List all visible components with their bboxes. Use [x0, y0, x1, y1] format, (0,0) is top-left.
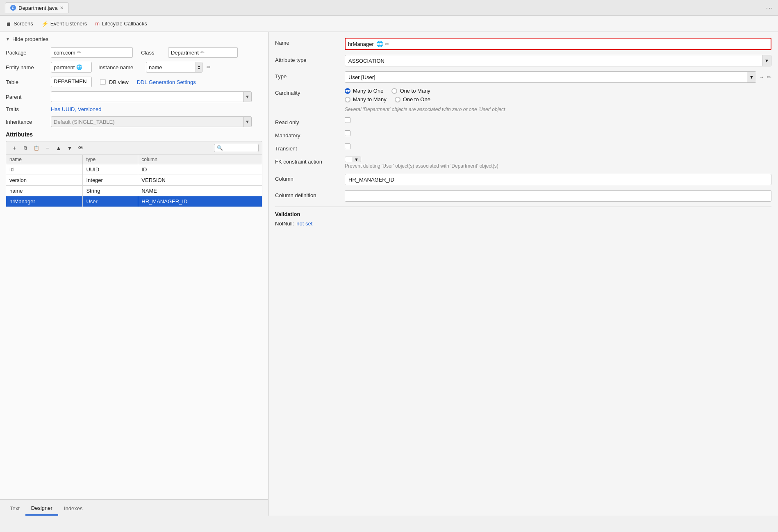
table-value-container: DEPARTMEN DB view DDL Generation Setting…	[51, 77, 196, 87]
column-def-value-container	[345, 190, 771, 202]
table-row[interactable]: idUUIDID	[6, 164, 262, 175]
column-def-label: Column definition	[275, 190, 345, 198]
many-to-one-label: Many to One	[353, 88, 383, 94]
main-container: ▼ Hide properties Package com.com ✏ Clas…	[0, 32, 778, 516]
type-edit-icon[interactable]: ✏	[767, 74, 771, 80]
name-field[interactable]: hrManager 🌐 ✏	[345, 38, 771, 50]
table-value: DEPARTMEN	[54, 78, 86, 84]
java-file-icon: C	[10, 5, 16, 11]
move-up-button[interactable]: ▲	[54, 143, 64, 152]
screens-button[interactable]: 🖥 Screens	[6, 20, 33, 27]
package-value-container: com.com ✏ Class Department ✏	[51, 47, 238, 58]
attribute-type-value-container: ASSOCIATION ▼	[345, 55, 771, 66]
tab-designer[interactable]: Designer	[25, 502, 58, 516]
mandatory-row: Mandatory	[275, 130, 771, 139]
db-view-row: DB view	[100, 79, 129, 85]
attribute-type-dropdown-arrow[interactable]: ▼	[762, 55, 771, 66]
db-view-checkbox[interactable]	[100, 79, 106, 85]
attribute-type-label: Attribute type	[275, 55, 345, 63]
one-to-many-radio[interactable]	[391, 88, 397, 94]
parent-select[interactable]: ▼	[51, 91, 252, 102]
attribute-type-row: Attribute type ASSOCIATION ▼	[275, 55, 771, 66]
class-edit-icon[interactable]: ✏	[200, 50, 205, 55]
cell-type: UUID	[83, 164, 138, 175]
copy-attribute-button[interactable]: ⧉	[20, 143, 30, 152]
name-edit-icon[interactable]: ✏	[385, 41, 389, 47]
tab-close-icon[interactable]: ✕	[60, 5, 64, 11]
cardinality-row-1: Many to One One to Many	[345, 88, 505, 94]
fk-constraint-dropdown-arrow[interactable]: ▼	[352, 157, 361, 162]
column-def-field[interactable]	[345, 190, 771, 202]
menu-dots-icon[interactable]: ⋯	[766, 3, 773, 12]
ddl-link[interactable]: DDL Generation Settings	[137, 79, 196, 85]
attributes-toolbar: + ⧉ 📋 − ▲ ▼ 👁 🔍	[6, 141, 262, 155]
not-null-value[interactable]: not set	[296, 221, 312, 227]
type-label: Type	[275, 71, 345, 80]
many-to-many-radio[interactable]	[345, 97, 350, 102]
table-row[interactable]: hrManagerUserHR_MANAGER_ID	[6, 196, 262, 207]
type-select[interactable]: User [User] ▼	[345, 71, 756, 83]
left-content: ▼ Hide properties Package com.com ✏ Clas…	[0, 32, 268, 499]
name-field-icons: 🌐 ✏	[376, 41, 389, 47]
package-label: Package	[6, 50, 51, 56]
one-to-one-radio[interactable]	[395, 97, 400, 102]
column-label: Column	[275, 174, 345, 182]
left-panel: ▼ Hide properties Package com.com ✏ Clas…	[0, 32, 268, 516]
type-dropdown-arrow[interactable]: ▼	[747, 72, 756, 82]
col-header-type: type	[83, 155, 138, 164]
table-row[interactable]: versionIntegerVERSION	[6, 175, 262, 186]
name-value: hrManager	[348, 41, 374, 47]
one-to-many-label: One to Many	[400, 88, 430, 94]
toggle-button[interactable]: 👁	[76, 143, 86, 152]
type-value: User [User]	[345, 73, 747, 82]
section-header[interactable]: ▼ Hide properties	[6, 36, 262, 42]
event-listeners-button[interactable]: ⚡ Event Listeners	[41, 20, 87, 27]
table-field[interactable]: DEPARTMEN	[51, 77, 92, 87]
many-to-one-option[interactable]: Many to One	[345, 88, 383, 94]
one-to-many-option[interactable]: One to Many	[391, 88, 430, 94]
entity-name-field[interactable]: partment 🌐	[51, 62, 92, 73]
column-field[interactable]: HR_MANAGER_ID	[345, 174, 771, 185]
lifecycle-icon: m	[95, 20, 100, 27]
inheritance-select[interactable]: Default (SINGLE_TABLE) ▼	[51, 116, 252, 127]
add-attribute-button[interactable]: +	[9, 143, 19, 152]
traits-value[interactable]: Has UUID, Versioned	[51, 106, 102, 112]
readonly-value-container	[345, 117, 771, 123]
attribute-type-select[interactable]: ASSOCIATION ▼	[345, 55, 771, 66]
package-value: com.com	[54, 50, 75, 56]
class-field[interactable]: Department ✏	[168, 47, 238, 58]
column-row: Column HR_MANAGER_ID	[275, 174, 771, 185]
paste-attribute-button[interactable]: 📋	[32, 143, 41, 152]
inheritance-row: Inheritance Default (SINGLE_TABLE) ▼	[6, 116, 262, 127]
screens-label: Screens	[14, 20, 33, 27]
cell-name: version	[6, 175, 83, 186]
cell-name: id	[6, 164, 83, 175]
move-down-button[interactable]: ▼	[65, 143, 75, 152]
readonly-checkbox[interactable]	[345, 117, 350, 123]
parent-dropdown-arrow[interactable]: ▼	[243, 92, 251, 102]
file-tab[interactable]: C Department.java ✕	[5, 2, 69, 13]
transient-checkbox[interactable]	[345, 143, 350, 149]
tab-text[interactable]: Text	[4, 502, 25, 516]
attribute-search[interactable]: 🔍	[214, 144, 259, 152]
one-to-one-option[interactable]: One to One	[395, 96, 430, 102]
tab-indexes[interactable]: Indexes	[58, 502, 89, 516]
mandatory-checkbox[interactable]	[345, 130, 350, 136]
package-field[interactable]: com.com ✏	[51, 47, 133, 58]
type-navigate-icon[interactable]: →	[759, 74, 764, 80]
remove-attribute-button[interactable]: −	[43, 143, 52, 152]
instance-name-select[interactable]: name ▲ ▼	[146, 62, 202, 73]
many-to-one-radio[interactable]	[345, 88, 350, 94]
instance-name-arrows[interactable]: ▲ ▼	[196, 62, 202, 72]
fk-constraint-value	[345, 158, 352, 161]
attribute-search-input[interactable]	[223, 145, 256, 151]
many-to-many-option[interactable]: Many to Many	[345, 96, 387, 102]
inheritance-dropdown-arrow[interactable]: ▼	[243, 117, 251, 127]
column-def-row: Column definition	[275, 190, 771, 202]
lifecycle-callbacks-button[interactable]: m Lifecycle Callbacks	[95, 20, 147, 27]
package-edit-icon[interactable]: ✏	[77, 50, 81, 55]
instance-name-edit-icon[interactable]: ✏	[207, 64, 211, 70]
fk-constraint-select[interactable]: ▼	[345, 157, 361, 162]
cell-column: NAME	[138, 186, 262, 196]
table-row[interactable]: nameStringNAME	[6, 186, 262, 196]
